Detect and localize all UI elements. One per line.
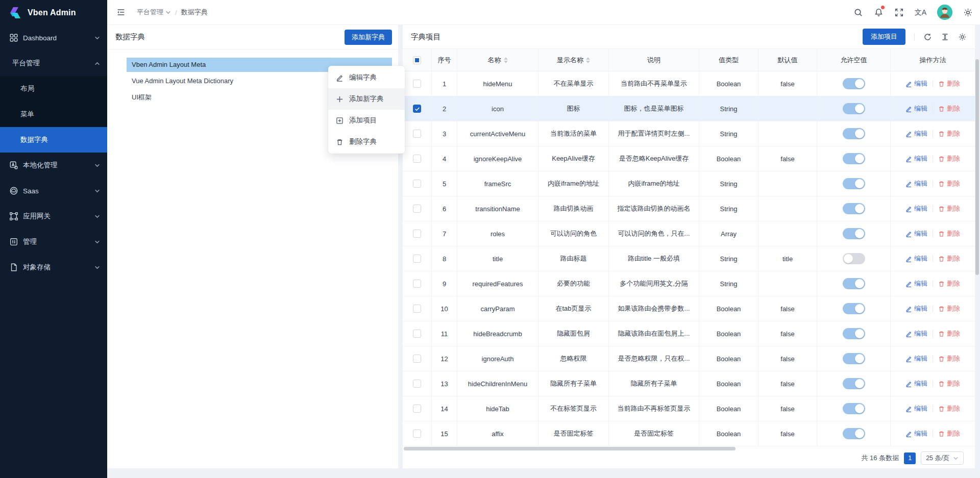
context-menu-item-add-item[interactable]: 添加项目 bbox=[328, 110, 405, 131]
sidebar-item-gateway[interactable]: 应用网关 bbox=[0, 204, 107, 229]
edit-link[interactable]: 编辑 bbox=[905, 154, 927, 163]
delete-link[interactable]: 删除 bbox=[938, 329, 960, 338]
row-checkbox[interactable] bbox=[413, 430, 421, 438]
allow-null-toggle[interactable] bbox=[843, 378, 865, 389]
cell-index: 1 bbox=[432, 71, 457, 96]
add-item-button[interactable]: 添加项目 bbox=[863, 29, 905, 45]
breadcrumb-item[interactable]: 平台管理 bbox=[137, 8, 171, 17]
edit-link[interactable]: 编辑 bbox=[905, 204, 927, 213]
allow-null-toggle[interactable] bbox=[843, 203, 865, 214]
sidebar-item-data-dictionary[interactable]: 数据字典 bbox=[0, 127, 107, 153]
edit-link[interactable]: 编辑 bbox=[905, 254, 927, 263]
delete-link[interactable]: 删除 bbox=[938, 279, 960, 288]
delete-link[interactable]: 删除 bbox=[938, 429, 960, 438]
allow-null-toggle[interactable] bbox=[843, 228, 865, 239]
sidebar-item-dashboard[interactable]: Dashboard bbox=[0, 25, 107, 51]
row-checkbox[interactable] bbox=[413, 255, 421, 263]
row-checkbox[interactable] bbox=[413, 180, 421, 188]
gear-icon[interactable] bbox=[963, 8, 973, 17]
add-dictionary-button[interactable]: 添加新字典 bbox=[345, 30, 392, 45]
row-checkbox[interactable] bbox=[413, 155, 421, 163]
sidebar-item-localization[interactable]: 本地化管理 bbox=[0, 153, 107, 178]
delete-link[interactable]: 删除 bbox=[938, 379, 960, 388]
allow-null-toggle[interactable] bbox=[843, 153, 865, 164]
edit-link[interactable]: 编辑 bbox=[905, 229, 927, 238]
vertical-scrollbar[interactable] bbox=[975, 59, 979, 275]
delete-link[interactable]: 删除 bbox=[938, 229, 960, 238]
allow-null-toggle[interactable] bbox=[843, 178, 865, 189]
row-height-icon[interactable] bbox=[941, 33, 949, 41]
delete-link[interactable]: 删除 bbox=[938, 204, 960, 213]
page-number-button[interactable]: 1 bbox=[904, 452, 916, 464]
delete-link[interactable]: 删除 bbox=[938, 104, 960, 113]
fullscreen-icon[interactable] bbox=[894, 8, 904, 17]
delete-link[interactable]: 删除 bbox=[938, 354, 960, 363]
row-checkbox[interactable] bbox=[413, 230, 421, 238]
row-checkbox[interactable] bbox=[413, 380, 421, 388]
allow-null-toggle[interactable] bbox=[843, 128, 865, 139]
row-checkbox[interactable] bbox=[413, 355, 421, 363]
row-checkbox[interactable] bbox=[413, 305, 421, 313]
menu-fold-icon[interactable] bbox=[116, 8, 126, 17]
context-menu-item-delete-dictionary[interactable]: 删除字典 bbox=[328, 131, 405, 153]
allow-null-toggle[interactable] bbox=[843, 278, 865, 289]
edit-link[interactable]: 编辑 bbox=[905, 79, 927, 88]
edit-link[interactable]: 编辑 bbox=[905, 329, 927, 338]
allow-null-toggle[interactable] bbox=[843, 353, 865, 364]
app-logo[interactable]: Vben Admin bbox=[0, 0, 107, 25]
context-menu-item-edit-dictionary[interactable]: 编辑字典 bbox=[328, 67, 405, 88]
sidebar-item-platform[interactable]: 平台管理 bbox=[0, 51, 107, 76]
row-checkbox[interactable] bbox=[413, 105, 421, 113]
edit-link[interactable]: 编辑 bbox=[905, 304, 927, 313]
sidebar-item-object-storage[interactable]: 对象存储 bbox=[0, 255, 107, 280]
allow-null-toggle[interactable] bbox=[843, 303, 865, 314]
edit-link[interactable]: 编辑 bbox=[905, 179, 927, 188]
delete-link[interactable]: 删除 bbox=[938, 304, 960, 313]
row-checkbox[interactable] bbox=[413, 130, 421, 138]
delete-link[interactable]: 删除 bbox=[938, 254, 960, 263]
bell-icon[interactable] bbox=[874, 8, 884, 17]
edit-link[interactable]: 编辑 bbox=[905, 354, 927, 363]
horizontal-scrollbar[interactable] bbox=[404, 447, 736, 450]
allow-null-toggle[interactable] bbox=[843, 78, 865, 89]
row-checkbox[interactable] bbox=[413, 280, 421, 288]
allow-null-toggle[interactable] bbox=[843, 403, 865, 414]
edit-link[interactable]: 编辑 bbox=[905, 279, 927, 288]
allow-null-toggle[interactable] bbox=[843, 253, 865, 264]
row-checkbox[interactable] bbox=[413, 405, 421, 413]
select-all-checkbox[interactable] bbox=[413, 56, 421, 64]
edit-link[interactable]: 编辑 bbox=[905, 404, 927, 413]
delete-link[interactable]: 删除 bbox=[938, 179, 960, 188]
translate-icon[interactable]: 文A bbox=[915, 8, 926, 17]
allow-null-toggle[interactable] bbox=[843, 428, 865, 439]
edit-link[interactable]: 编辑 bbox=[905, 429, 927, 438]
row-checkbox[interactable] bbox=[413, 205, 421, 213]
edit-link[interactable]: 编辑 bbox=[905, 379, 927, 388]
sort-icons[interactable] bbox=[586, 57, 590, 63]
column-header-display-name[interactable]: 显示名称 bbox=[538, 49, 609, 71]
sort-icons[interactable] bbox=[504, 57, 508, 63]
row-checkbox[interactable] bbox=[413, 80, 421, 88]
allow-null-toggle[interactable] bbox=[843, 103, 865, 114]
row-checkbox[interactable] bbox=[413, 330, 421, 338]
breadcrumb-item-current[interactable]: 数据字典 bbox=[181, 8, 208, 17]
allow-null-toggle[interactable] bbox=[843, 328, 865, 339]
column-header-name[interactable]: 名称 bbox=[457, 49, 538, 71]
delete-link[interactable]: 删除 bbox=[938, 129, 960, 138]
search-icon[interactable] bbox=[853, 8, 863, 17]
sidebar-item-management[interactable]: 管理 bbox=[0, 229, 107, 255]
edit-link[interactable]: 编辑 bbox=[905, 129, 927, 138]
edit-icon bbox=[905, 106, 912, 112]
avatar[interactable] bbox=[937, 5, 952, 20]
sidebar-item-menu[interactable]: 菜单 bbox=[0, 102, 107, 127]
page-size-select[interactable]: 25 条/页 bbox=[921, 451, 964, 465]
delete-link[interactable]: 删除 bbox=[938, 404, 960, 413]
gear-icon[interactable] bbox=[958, 33, 967, 41]
delete-link[interactable]: 删除 bbox=[938, 154, 960, 163]
sidebar-item-layout[interactable]: 布局 bbox=[0, 76, 107, 102]
refresh-icon[interactable] bbox=[923, 33, 932, 41]
edit-link[interactable]: 编辑 bbox=[905, 104, 927, 113]
delete-link[interactable]: 删除 bbox=[938, 79, 960, 88]
context-menu-item-add-dictionary[interactable]: 添加新字典 bbox=[328, 88, 405, 110]
sidebar-item-saas[interactable]: Saas bbox=[0, 178, 107, 204]
